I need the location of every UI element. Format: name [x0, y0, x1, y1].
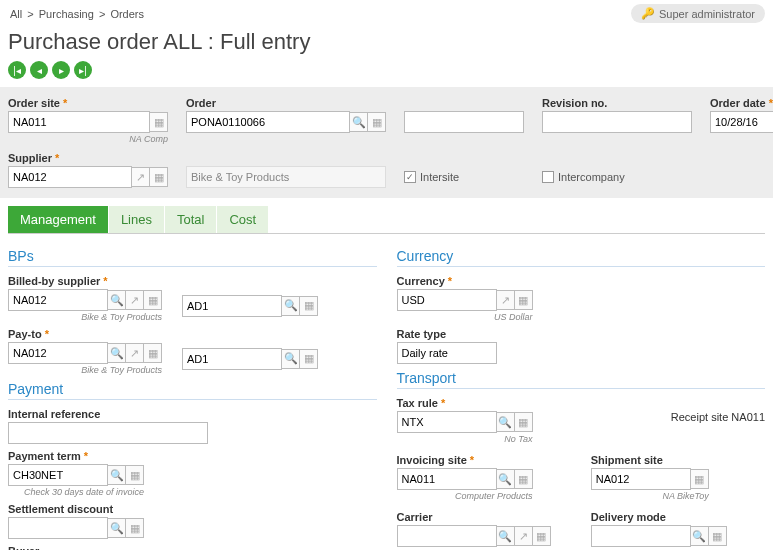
lookup-icon[interactable]: ▦	[126, 465, 144, 485]
link-icon[interactable]: ↗	[515, 526, 533, 546]
intercompany-checkbox[interactable]: Intercompany	[542, 166, 692, 188]
spacer	[404, 97, 524, 109]
internal-ref-label: Internal reference	[8, 408, 377, 420]
spacer	[186, 152, 386, 164]
link-icon[interactable]: ↗	[132, 167, 150, 187]
tab-cost[interactable]: Cost	[217, 206, 269, 233]
shipment-site-input	[591, 468, 691, 490]
pay-to-addr-input[interactable]	[182, 348, 282, 370]
invoicing-site-hint: Computer Products	[397, 491, 533, 501]
tab-lines[interactable]: Lines	[109, 206, 165, 233]
invoicing-site-input[interactable]	[397, 468, 497, 490]
payment-term-hint: Check 30 days date of invoice	[8, 487, 144, 497]
billed-by-addr-input[interactable]	[182, 295, 282, 317]
supplier-desc-input	[186, 166, 386, 188]
lookup-icon[interactable]: ▦	[300, 296, 318, 316]
search-icon[interactable]: 🔍	[497, 526, 515, 546]
carrier-input[interactable]	[397, 525, 497, 547]
nav-prev-icon[interactable]: ◂	[30, 61, 48, 79]
pay-to-label: Pay-to	[8, 328, 42, 340]
receipt-site-text: Receipt site NA011	[671, 397, 765, 450]
crumb-purchasing[interactable]: Purchasing	[39, 8, 94, 20]
pay-to-input[interactable]	[8, 342, 108, 364]
buyer-label: Buyer	[8, 545, 377, 550]
lookup-icon[interactable]: ▦	[300, 349, 318, 369]
billed-by-label: Billed-by supplier	[8, 275, 100, 287]
order-extra-input[interactable]	[404, 111, 524, 133]
section-bps: BPs	[8, 248, 377, 267]
intersite-label: Intersite	[420, 171, 459, 183]
order-date-label: Order date	[710, 97, 773, 109]
shipment-site-label: Shipment site	[591, 454, 765, 466]
invoicing-site-label: Invoicing site	[397, 454, 467, 466]
intercompany-label: Intercompany	[558, 171, 625, 183]
nav-last-icon[interactable]: ▸|	[74, 61, 92, 79]
currency-input	[397, 289, 497, 311]
revision-input[interactable]	[542, 111, 692, 133]
settlement-label: Settlement discount	[8, 503, 377, 515]
checkbox-icon	[542, 171, 554, 183]
crumb-all[interactable]: All	[10, 8, 22, 20]
search-icon[interactable]: 🔍	[497, 469, 515, 489]
internal-ref-input[interactable]	[8, 422, 208, 444]
link-icon[interactable]: ↗	[126, 343, 144, 363]
pay-to-hint: Bike & Toy Products	[8, 365, 162, 375]
lookup-icon[interactable]: ▦	[150, 112, 168, 132]
search-icon[interactable]: 🔍	[497, 412, 515, 432]
user-role-label: Super administrator	[659, 8, 755, 20]
search-icon[interactable]: 🔍	[350, 112, 368, 132]
order-site-label: Order site	[8, 97, 168, 109]
search-icon[interactable]: 🔍	[108, 343, 126, 363]
search-icon[interactable]: 🔍	[108, 518, 126, 538]
record-nav: |◂ ◂ ▸ ▸|	[0, 61, 773, 87]
search-icon[interactable]: 🔍	[108, 465, 126, 485]
lookup-icon[interactable]: ▦	[144, 290, 162, 310]
link-icon[interactable]: ↗	[126, 290, 144, 310]
lookup-icon[interactable]: ▦	[126, 518, 144, 538]
order-date-input[interactable]	[710, 111, 773, 133]
nav-next-icon[interactable]: ▸	[52, 61, 70, 79]
user-role-pill[interactable]: 🔑 Super administrator	[631, 4, 765, 23]
payment-term-label: Payment term	[8, 450, 81, 462]
search-icon[interactable]: 🔍	[282, 349, 300, 369]
tax-rule-input[interactable]	[397, 411, 497, 433]
tax-rule-hint: No Tax	[397, 434, 533, 444]
lookup-icon[interactable]: ▦	[515, 290, 533, 310]
section-payment: Payment	[8, 381, 377, 400]
page-title: Purchase order ALL : Full entry	[0, 27, 773, 61]
order-site-input[interactable]	[8, 111, 150, 133]
section-currency: Currency	[397, 248, 766, 267]
lookup-icon[interactable]: ▦	[709, 526, 727, 546]
lookup-icon[interactable]: ▦	[533, 526, 551, 546]
lookup-icon[interactable]: ▦	[691, 469, 709, 489]
lookup-icon[interactable]: ▦	[515, 412, 533, 432]
intersite-checkbox[interactable]: ✓ Intersite	[404, 166, 524, 188]
lookup-icon[interactable]: ▦	[368, 112, 386, 132]
order-input[interactable]	[186, 111, 350, 133]
nav-first-icon[interactable]: |◂	[8, 61, 26, 79]
lookup-icon[interactable]: ▦	[144, 343, 162, 363]
carrier-label: Carrier	[397, 511, 571, 523]
key-icon: 🔑	[641, 7, 655, 20]
breadcrumb[interactable]: All > Purchasing > Orders	[8, 8, 146, 20]
crumb-orders[interactable]: Orders	[110, 8, 144, 20]
search-icon[interactable]: 🔍	[282, 296, 300, 316]
billed-by-input[interactable]	[8, 289, 108, 311]
delivery-mode-label: Delivery mode	[591, 511, 765, 523]
link-icon[interactable]: ↗	[497, 290, 515, 310]
supplier-input[interactable]	[8, 166, 132, 188]
settlement-input[interactable]	[8, 517, 108, 539]
lookup-icon[interactable]: ▦	[150, 167, 168, 187]
checkbox-checked-icon: ✓	[404, 171, 416, 183]
payment-term-input[interactable]	[8, 464, 108, 486]
rate-type-input[interactable]	[397, 342, 497, 364]
tab-total[interactable]: Total	[165, 206, 217, 233]
search-icon[interactable]: 🔍	[691, 526, 709, 546]
search-icon[interactable]: 🔍	[108, 290, 126, 310]
section-transport: Transport	[397, 370, 766, 389]
shipment-site-hint: NA BikeToy	[591, 491, 709, 501]
lookup-icon[interactable]: ▦	[515, 469, 533, 489]
tab-management[interactable]: Management	[8, 206, 109, 233]
delivery-mode-input[interactable]	[591, 525, 691, 547]
rate-type-label: Rate type	[397, 328, 766, 340]
